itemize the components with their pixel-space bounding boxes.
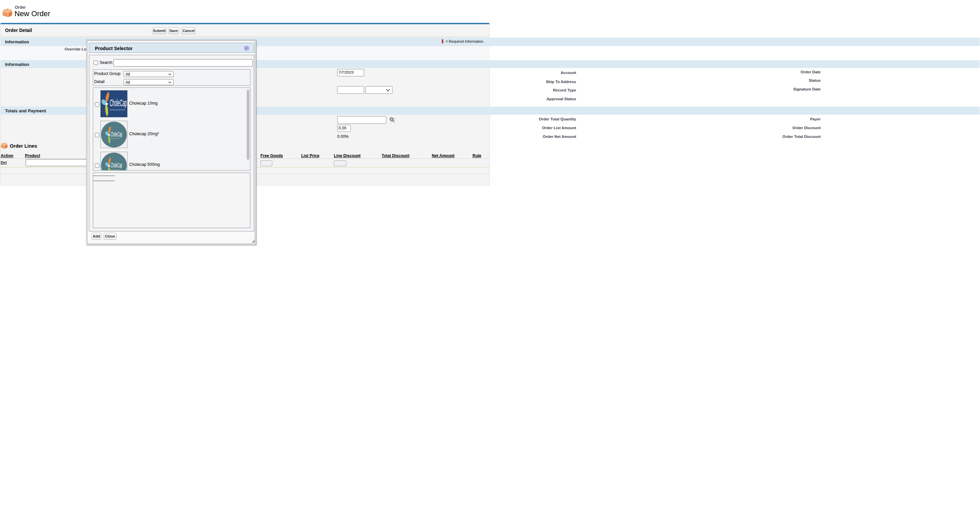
svg-text:CholeCap: CholeCap [110,97,127,108]
svg-text:Rosuvastatin Medicinale Capsul: Rosuvastatin Medicinale Capsules [110,169,120,170]
svg-text:Rosuvastatin Vasculutane Capsu: Rosuvastatin Vasculutane Capsules [110,109,125,111]
svg-text:Rosuvastatin Medicinale Capsul: Rosuvastatin Medicinale Capsules [110,138,120,139]
svg-text:CholeCap: CholeCap [111,130,122,138]
svg-text:CholeCap: CholeCap [111,161,122,169]
